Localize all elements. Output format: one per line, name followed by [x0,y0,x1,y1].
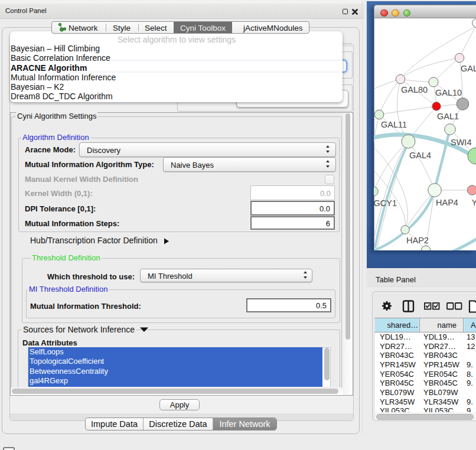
svg-text:SWI4: SWI4 [451,138,471,147]
svg-text:Y: Y [472,198,476,207]
svg-text:GAL4: GAL4 [409,151,431,160]
svg-text:GCY1: GCY1 [374,198,397,208]
svg-text:GAL1: GAL1 [437,112,459,121]
svg-text:GAL10: GAL10 [435,88,462,97]
svg-text:GAL80: GAL80 [401,85,428,94]
svg-text:HAP4: HAP4 [436,198,458,207]
svg-text:GAL7: GAL7 [461,64,476,73]
svg-text:HAP2: HAP2 [406,236,429,245]
svg-text:GAL11: GAL11 [381,120,407,129]
